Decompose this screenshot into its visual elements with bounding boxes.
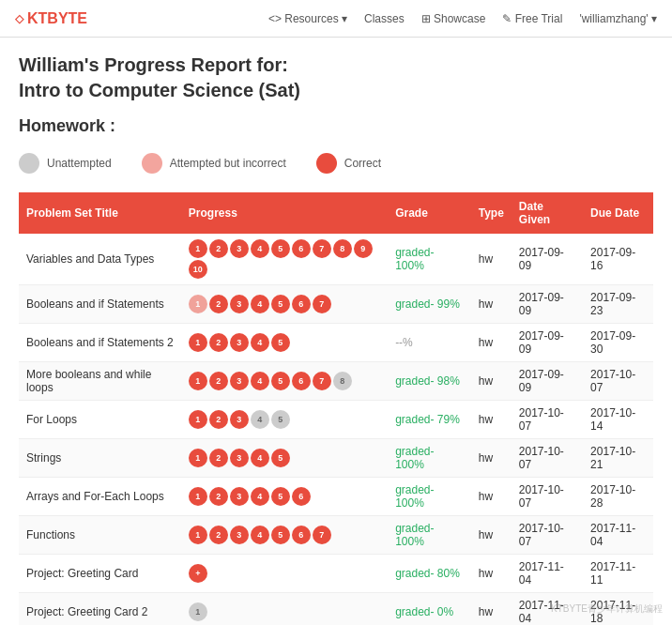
- cell-due-date: 2017-11-04: [583, 516, 653, 555]
- cell-progress: 12345: [181, 439, 388, 478]
- legend-circle-correct: [316, 153, 337, 174]
- table-row: Strings12345graded- 100%hw2017-10-072017…: [19, 439, 653, 478]
- problem-circle-correct[interactable]: 10: [189, 260, 207, 279]
- nav-link-item[interactable]: 'williamzhang' ▾: [579, 12, 657, 25]
- problem-circle-correct[interactable]: 3: [230, 295, 249, 313]
- problem-circle-correct[interactable]: 3: [230, 449, 249, 467]
- legend-circle-incorrect: [142, 153, 162, 174]
- problem-circle-correct[interactable]: 1: [189, 239, 207, 258]
- problem-circle-correct[interactable]: 4: [251, 333, 269, 352]
- problem-circle-correct[interactable]: 6: [292, 239, 311, 258]
- problem-circle-correct[interactable]: 4: [251, 239, 269, 258]
- problem-circle-correct[interactable]: 7: [313, 239, 331, 258]
- problem-circle-correct[interactable]: 5: [271, 372, 290, 390]
- cell-progress: 12345: [181, 401, 388, 439]
- legend-incorrect-label: Attempted but incorrect: [170, 157, 286, 170]
- cell-date-given: 2017-09-09: [512, 362, 583, 401]
- problem-circle-correct[interactable]: +: [189, 564, 207, 583]
- problem-circle-correct[interactable]: 3: [230, 487, 249, 506]
- brand-logo[interactable]: ◇ KTBYTE: [15, 10, 87, 27]
- cell-grade: graded- 99%: [388, 285, 471, 324]
- problem-circle-correct[interactable]: 9: [354, 239, 373, 258]
- problem-circle-unattempted[interactable]: 5: [271, 410, 290, 429]
- problem-circle-correct[interactable]: 3: [230, 239, 249, 258]
- problem-circle-correct[interactable]: 3: [230, 526, 249, 544]
- cell-grade: graded- 100%: [388, 439, 471, 478]
- problem-circle-correct[interactable]: 4: [251, 487, 269, 506]
- cell-progress: 1234567: [181, 285, 388, 324]
- legend-unattempted: Unattempted: [19, 153, 112, 174]
- problem-circle-correct[interactable]: 2: [209, 295, 228, 313]
- section-title: Homework :: [19, 116, 653, 136]
- table-row: Booleans and if Statements 212345--%hw20…: [19, 324, 653, 362]
- nav-links: <> Resources ▾Classes⊞ Showcase✎ Free Tr…: [268, 12, 657, 25]
- nav-link-item[interactable]: <> Resources ▾: [268, 12, 347, 25]
- cell-type: hw: [471, 401, 512, 439]
- problem-circle-correct[interactable]: 7: [313, 526, 331, 544]
- cell-date-given: 2017-10-07: [512, 478, 583, 516]
- legend-correct: Correct: [316, 153, 381, 174]
- problem-circle-correct[interactable]: 3: [230, 410, 249, 429]
- cell-due-date: 2017-10-14: [583, 401, 653, 439]
- problem-circle-correct[interactable]: 6: [292, 526, 311, 544]
- problem-circle-correct[interactable]: 2: [209, 487, 228, 506]
- problem-circle-correct[interactable]: 6: [292, 372, 311, 390]
- cell-grade: graded- 98%: [388, 362, 471, 401]
- problem-circle-correct[interactable]: 3: [230, 333, 249, 352]
- nav-link-item[interactable]: ✎ Free Trial: [502, 12, 562, 25]
- nav-link-item[interactable]: ⊞ Showcase: [421, 12, 486, 25]
- problem-circle-correct[interactable]: 4: [251, 295, 269, 313]
- cell-grade: graded- 79%: [388, 401, 471, 439]
- table-header-row: Problem Set Title Progress Grade Type Da…: [19, 192, 653, 234]
- problem-circle-unattempted[interactable]: 1: [189, 602, 207, 621]
- cell-title: Project: Greeting Card: [19, 555, 181, 593]
- problem-circle-correct[interactable]: 1: [189, 410, 207, 429]
- cell-grade: graded- 100%: [388, 478, 471, 516]
- problem-circle-unattempted[interactable]: 4: [251, 410, 269, 429]
- cell-progress: +: [181, 555, 388, 593]
- problem-circle-correct[interactable]: 4: [251, 449, 269, 467]
- problem-circle-correct[interactable]: 5: [271, 239, 290, 258]
- problem-circle-correct[interactable]: 2: [209, 410, 228, 429]
- col-type: Type: [471, 192, 512, 234]
- cell-date-given: 2017-10-07: [512, 439, 583, 478]
- cell-date-given: 2017-11-04: [512, 555, 583, 593]
- problem-circle-unattempted[interactable]: 8: [333, 372, 352, 390]
- cell-title: Booleans and if Statements: [19, 285, 181, 324]
- problem-circle-correct[interactable]: 6: [292, 487, 311, 506]
- problem-circle-correct[interactable]: 5: [271, 449, 290, 467]
- problem-circle-incorrect[interactable]: 1: [189, 295, 207, 313]
- cell-grade: graded- 100%: [388, 516, 471, 555]
- problem-circle-correct[interactable]: 2: [209, 239, 228, 258]
- problem-circle-correct[interactable]: 5: [271, 333, 290, 352]
- problem-circle-correct[interactable]: 8: [333, 239, 352, 258]
- problem-circle-correct[interactable]: 1: [189, 526, 207, 544]
- problem-circle-correct[interactable]: 1: [189, 487, 207, 506]
- problem-circle-correct[interactable]: 2: [209, 449, 228, 467]
- cell-due-date: 2017-09-16: [583, 234, 653, 285]
- problem-circle-correct[interactable]: 4: [251, 372, 269, 390]
- problem-circle-correct[interactable]: 5: [271, 487, 290, 506]
- col-date-given: Date Given: [512, 192, 583, 234]
- problem-circle-correct[interactable]: 3: [230, 372, 249, 390]
- problem-circle-correct[interactable]: 1: [189, 449, 207, 467]
- nav-link-item[interactable]: Classes: [364, 12, 405, 25]
- problem-circle-correct[interactable]: 6: [292, 295, 311, 313]
- problem-circle-correct[interactable]: 1: [189, 372, 207, 390]
- problem-circle-correct[interactable]: 7: [313, 295, 331, 313]
- col-due-date: Due Date: [583, 192, 653, 234]
- problem-circle-correct[interactable]: 5: [271, 526, 290, 544]
- cell-date-given: 2017-09-09: [512, 234, 583, 285]
- problem-circle-correct[interactable]: 2: [209, 526, 228, 544]
- page-title: William's Progress Report for:: [19, 54, 653, 76]
- problem-circle-correct[interactable]: 5: [271, 295, 290, 313]
- cell-due-date: 2017-10-28: [583, 478, 653, 516]
- problem-circle-correct[interactable]: 2: [209, 333, 228, 352]
- problem-circle-correct[interactable]: 7: [313, 372, 331, 390]
- legend-incorrect: Attempted but incorrect: [142, 153, 286, 174]
- problem-circle-correct[interactable]: 4: [251, 526, 269, 544]
- problem-circle-correct[interactable]: 1: [189, 333, 207, 352]
- table-row: Variables and Data Types12345678910grade…: [19, 234, 653, 285]
- problem-circle-correct[interactable]: 2: [209, 372, 228, 390]
- page-content: William's Progress Report for: Intro to …: [0, 38, 672, 625]
